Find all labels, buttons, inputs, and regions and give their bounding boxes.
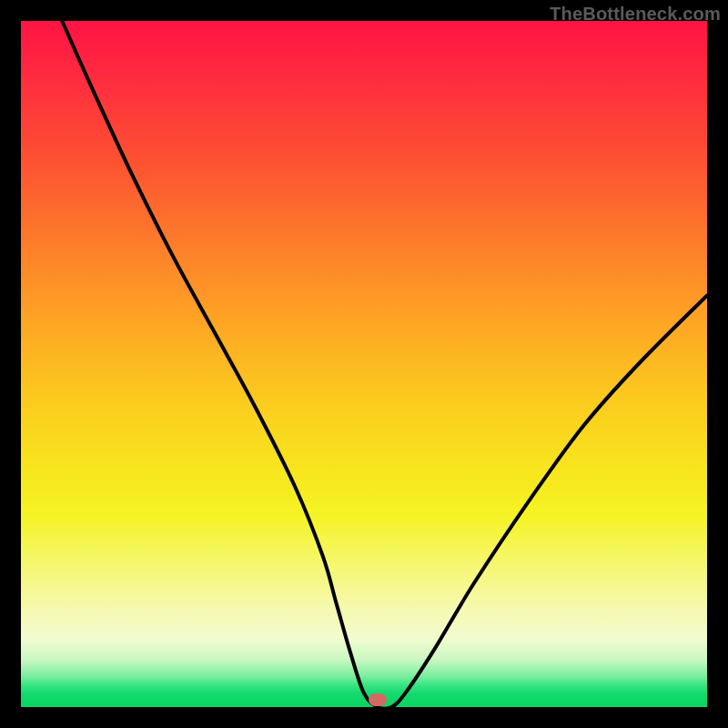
curve-svg	[21, 21, 707, 707]
optimum-marker	[369, 693, 387, 706]
chart-container: TheBottleneck.com	[0, 0, 728, 728]
plot-area	[21, 21, 707, 707]
bottleneck-curve	[62, 21, 707, 707]
watermark-text: TheBottleneck.com	[550, 4, 721, 25]
